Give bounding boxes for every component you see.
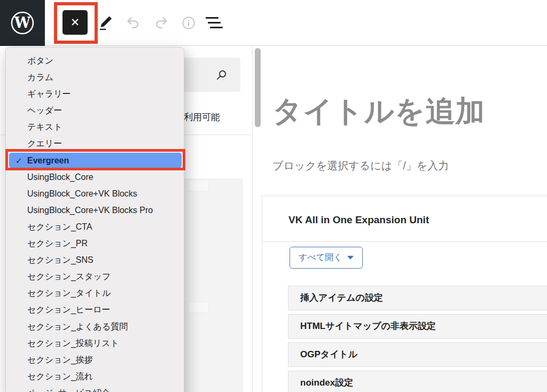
wp-logo-letter: W [14,14,31,31]
chevron-down-icon [347,256,354,260]
accordion-section-header[interactable]: noindex設定 [288,371,547,392]
block-appender-hint[interactable]: ブロックを選択するには「/」を入力 [272,159,529,173]
post-title-placeholder[interactable]: タイトルを追加 [272,92,540,131]
dropdown-item[interactable]: UsingBlock_Core+VK Blocks [6,185,184,202]
dropdown-item[interactable]: セクション_PR [6,235,184,252]
patterns-available-label: 利用可能 [184,111,220,123]
list-view-icon[interactable] [206,16,224,30]
dropdown-item[interactable]: セクション_挨拶 [6,351,184,368]
accordion-section-header[interactable]: 挿入アイテムの設定 [288,286,547,310]
accordion-section-header[interactable]: OGPタイトル [288,342,547,367]
dropdown-item[interactable]: ヘッダー [6,102,184,119]
dropdown-item[interactable]: セクション_ヒーロー [6,301,184,318]
pattern-category-dropdown: ボタンカラムギャラリーヘッダーテキストクエリー✓EvergreenUsingBl… [5,47,184,392]
metabox-title: VK All in One Expansion Unit [288,214,429,226]
dropdown-item[interactable]: セクション_CTA [6,218,184,235]
undo-icon[interactable] [125,15,141,31]
search-icon [215,68,229,84]
dropdown-item[interactable]: セクション_流れ [6,368,184,385]
dropdown-item[interactable]: セクション_タイトル [6,285,184,301]
wordpress-editor: 利用可能 タイトルを追加 ブロックを選択するには「/」を入力 VK All in… [0,0,547,392]
info-icon[interactable] [181,15,197,31]
dropdown-item[interactable]: セクション_スタッフ [6,268,184,285]
sidebar-scrollbar[interactable] [255,48,261,127]
accordion-section-header[interactable]: HTMLサイトマップの非表示設定 [288,314,547,339]
redo-icon[interactable] [153,15,169,31]
dropdown-item[interactable]: カラム [6,69,184,85]
checkmark-icon: ✓ [15,153,22,168]
dropdown-item[interactable]: セクション_投稿リスト [6,335,184,351]
dropdown-item[interactable]: セクション_よくある質問 [6,318,184,335]
dropdown-item[interactable]: UsingBlock_Core [6,169,184,185]
dropdown-item[interactable]: ページ_サービス紹介 [6,385,184,392]
expand-all-label: すべて開く [299,252,342,263]
dropdown-item[interactable]: ボタン [6,52,184,69]
close-inserter-button[interactable]: ✕ [62,10,88,35]
dropdown-item-list: ボタンカラムギャラリーヘッダーテキストクエリー✓EvergreenUsingBl… [6,52,184,392]
metabox-accordion: 挿入アイテムの設定HTMLサイトマップの非表示設定OGPタイトルnoindex設… [288,286,547,392]
edit-pencil-icon[interactable] [98,15,114,31]
vk-exunit-metabox: VK All in One Expansion Unit すべて開く 挿入アイテ… [262,195,547,392]
dropdown-item[interactable]: テキスト [6,119,184,135]
dropdown-item[interactable]: ✓Evergreen [9,153,182,168]
metabox-divider [262,241,547,242]
dropdown-item[interactable]: クエリー [6,135,184,152]
wordpress-logo[interactable]: W [0,0,45,46]
editor-topbar: W ✕ [0,0,547,46]
dropdown-item[interactable]: UsingBlock_Core+VK Blocks Pro [6,202,184,218]
pattern-preview-chip [188,302,209,313]
pattern-preview-chip [188,180,209,191]
dropdown-item[interactable]: ギャラリー [6,85,184,102]
dropdown-item[interactable]: セクション_SNS [6,252,184,268]
expand-all-button[interactable]: すべて開く [290,247,363,269]
close-icon: ✕ [71,16,80,29]
